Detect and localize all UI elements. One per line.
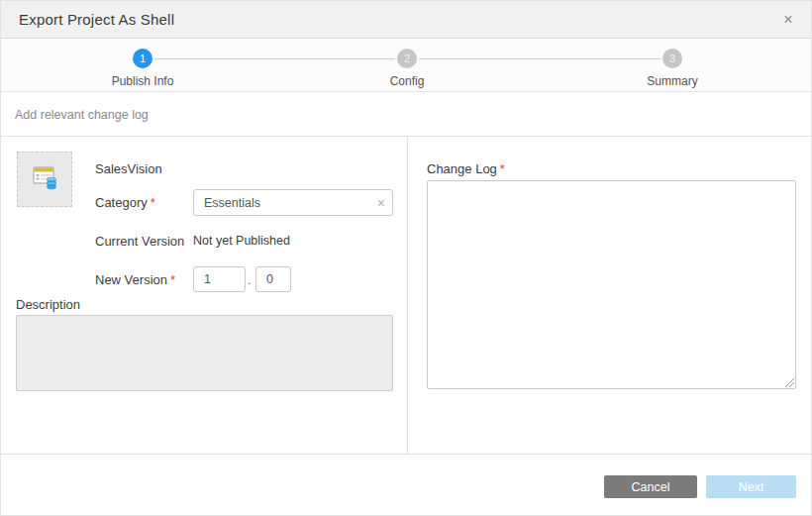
change-log-textarea[interactable] [427,180,796,389]
current-version-value: Not yet Published [193,234,290,248]
step-publish-info[interactable]: 1 Publish Info [83,49,202,88]
new-version-label: New Version* [95,272,175,287]
next-button[interactable]: Next [706,475,796,498]
cancel-button[interactable]: Cancel [604,475,697,498]
step-config[interactable]: 2 Config [348,49,466,88]
category-label: Category* [95,195,155,210]
step-1-label: Publish Info [83,74,202,88]
dialog-body: SalesVision Category* × Current Version … [1,137,811,454]
description-label: Description [16,297,80,312]
new-version-major-input[interactable] [193,266,246,292]
required-marker: * [151,195,155,210]
clear-category-icon[interactable]: × [377,196,385,210]
export-project-dialog: Export Project As Shell × 1 Publish Info… [0,0,812,516]
new-version-minor-input[interactable] [255,266,291,292]
dialog-title: Export Project As Shell [19,11,174,28]
change-log-panel: Change Log* [408,137,811,454]
dialog-header: Export Project As Shell × [1,1,811,39]
step-1-circle: 1 [133,49,152,68]
project-name: SalesVision [95,161,162,176]
change-log-field-wrap [427,180,796,389]
wizard-stepper: 1 Publish Info 2 Config 3 Summary [1,39,811,92]
close-icon[interactable]: × [777,9,799,31]
step-3-label: Summary [613,74,732,88]
dialog-footer: Cancel Next [1,454,811,516]
step-summary[interactable]: 3 Summary [613,49,732,88]
change-log-label: Change Log* [427,161,505,176]
current-version-label: Current Version [95,234,184,249]
subheader: Add relevant change log [1,93,811,137]
category-field-wrap: × [193,189,393,216]
required-marker: * [170,272,175,287]
required-marker: * [500,161,505,176]
publish-info-panel: SalesVision Category* × Current Version … [1,137,408,454]
step-3-circle: 3 [662,49,682,68]
step-2-circle: 2 [397,49,417,68]
project-thumbnail [17,152,72,207]
version-separator: . [248,273,251,287]
change-log-hint: Add relevant change log [15,108,149,122]
description-textarea [16,315,393,391]
project-thumbnail-icon [30,162,59,196]
category-input[interactable] [194,190,392,215]
step-2-label: Config [348,74,466,88]
